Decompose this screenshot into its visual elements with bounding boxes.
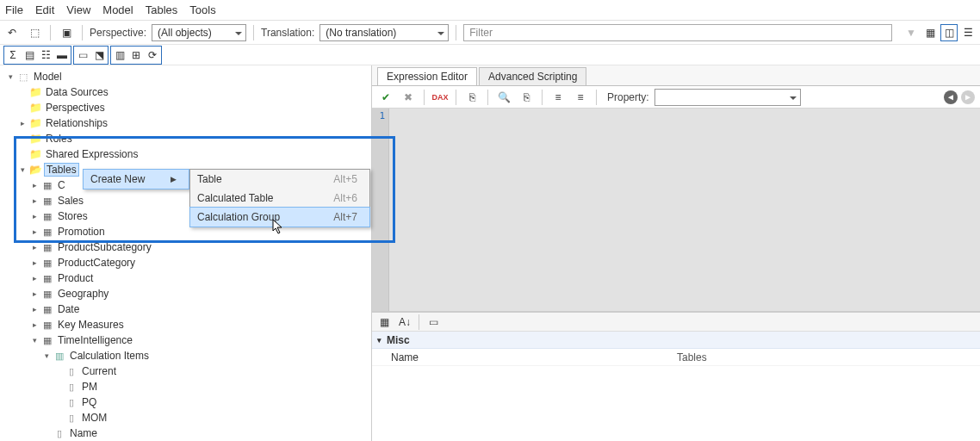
right-panel: Expression Editor Advanced Scripting ✔ ✖… [372,65,980,441]
tree-calcitem-mom[interactable]: MOM [53,410,368,425]
filter-input[interactable]: Filter [463,24,892,41]
nav-back-icon[interactable]: ◄ [944,90,958,104]
context-submenu: TableAlt+5 Calculated TableAlt+6 Calcula… [189,169,370,227]
cube-icon[interactable]: ⬚ [26,24,43,41]
ctx-new-calculation-group[interactable]: Calculation GroupAlt+7 [190,208,369,227]
separator [596,90,597,105]
tree-table-product[interactable]: ▸Product [29,270,368,286]
categorized-icon[interactable]: ▦ [375,314,393,331]
perspective-label: Perspective: [90,27,146,39]
indent-icon[interactable]: ≡ [549,89,567,106]
menu-tools[interactable]: Tools [189,3,215,16]
stack-icon[interactable]: ▬ [54,47,70,63]
expression-editor[interactable]: 1 [372,109,980,312]
property-row-name[interactable]: Name Tables [372,349,980,366]
property-category-misc[interactable]: ▾Misc [372,332,980,349]
ctx-new-table[interactable]: TableAlt+5 [190,170,369,189]
translation-combo[interactable]: (No translation) [319,24,449,41]
separator [424,90,425,105]
separator [456,25,456,40]
tree-table-time-intelligence[interactable]: ▾TimeIntelligence [29,332,368,348]
sigma-icon[interactable]: Σ [5,47,21,63]
tree-calcitem-pq[interactable]: PQ [53,394,368,410]
layout-list-icon[interactable]: ☰ [959,24,977,41]
editor-tabs: Expression Editor Advanced Scripting [372,65,980,86]
expression-toolbar: ✔ ✖ DAX ⎘ 🔍 ⎘ ≡ ≡ Property: ◄ ► [372,86,980,109]
list-icon[interactable]: ▤ [22,47,37,63]
separator [419,314,419,330]
model-tree-panel: ▾Model Data Sources Perspectives ▸Relati… [0,65,372,441]
layout-grid-icon[interactable]: ▦ [921,24,939,41]
separator [542,90,543,105]
tree-column-name[interactable]: Name [41,425,368,441]
perspective-combo[interactable]: (All objects) [152,24,246,41]
property-pages-icon[interactable]: ▭ [425,314,442,331]
property-combo[interactable] [654,89,801,106]
replace-icon[interactable]: ⎘ [518,89,535,106]
filter-icon[interactable]: ▼ [902,24,920,41]
nav-forward-icon[interactable]: ► [961,90,975,104]
tree-calcitem-current[interactable]: Current [53,363,368,379]
deploy-icon[interactable]: ▣ [58,24,75,41]
menu-edit[interactable]: Edit [35,3,54,16]
tree-table-geography[interactable]: ▸Geography [29,286,368,301]
tree-table-key-measures[interactable]: ▸Key Measures [29,317,368,332]
cancel-icon[interactable]: ✖ [400,89,417,106]
property-label: Property: [607,91,649,103]
alphabetical-icon[interactable]: A↓ [396,314,413,331]
separator [50,25,51,40]
tree-roles[interactable]: Roles [17,131,368,146]
property-grid: ▦ A↓ ▭ ▾Misc Name Tables [372,312,980,441]
sort-icon[interactable]: ⊞ [128,47,144,63]
property-value: Tables [677,351,707,363]
menu-file[interactable]: File [5,3,23,16]
tree-calculation-items[interactable]: ▾Calculation Items [41,348,368,363]
view-toolbar: Σ ▤ ☷ ▬ ▭ ⬔ ▥ ⊞ ⟳ [0,45,980,65]
menu-tables[interactable]: Tables [146,3,178,16]
find-icon[interactable]: 🔍 [495,89,512,106]
tab-advanced-scripting[interactable]: Advanced Scripting [479,67,586,85]
line-gutter: 1 [372,109,389,311]
tree-data-sources[interactable]: Data Sources [17,84,368,100]
menu-view[interactable]: View [66,3,90,16]
copy-icon[interactable]: ⎘ [463,89,481,106]
ctx-create-new[interactable]: Create New▶ [84,170,189,189]
tab-expression-editor[interactable]: Expression Editor [377,67,477,85]
tree-table-date[interactable]: ▸Date [29,301,368,317]
main-toolbar: ↶ ⬚ ▣ Perspective: (All objects) Transla… [0,21,980,45]
folder-icon[interactable]: ▭ [75,47,90,63]
tree-relationships[interactable]: ▸Relationships [17,115,368,131]
tree-root[interactable]: ▾Model [5,69,368,84]
tree-table-product-category[interactable]: ▸ProductCategory [29,255,368,270]
undo-icon[interactable]: ↶ [3,24,21,41]
hierarchy-icon[interactable]: ☷ [38,47,53,63]
translation-label: Translation: [261,27,314,39]
refresh-icon[interactable]: ⟳ [145,47,160,63]
separator [456,90,456,105]
outdent-icon[interactable]: ≡ [572,89,589,106]
tree-table-product-subcategory[interactable]: ▸ProductSubcategory [29,239,368,255]
separator [487,90,488,105]
menu-model[interactable]: Model [102,3,133,16]
tree-perspectives[interactable]: Perspectives [17,100,368,115]
accept-icon[interactable]: ✔ [377,89,394,106]
ctx-new-calculated-table[interactable]: Calculated TableAlt+6 [190,189,369,208]
columns-icon[interactable]: ▥ [112,47,127,63]
chart-icon[interactable]: ⬔ [91,47,107,63]
layout-split-icon[interactable]: ◫ [940,24,958,41]
separator [253,25,254,40]
separator [82,25,83,40]
dax-format-icon[interactable]: DAX [431,89,449,106]
tree-calcitem-pm[interactable]: PM [53,379,368,394]
context-menu: Create New▶ [83,169,189,189]
tree-shared-expressions[interactable]: Shared Expressions [17,146,368,162]
menu-bar: File Edit View Model Tables Tools [0,0,980,21]
